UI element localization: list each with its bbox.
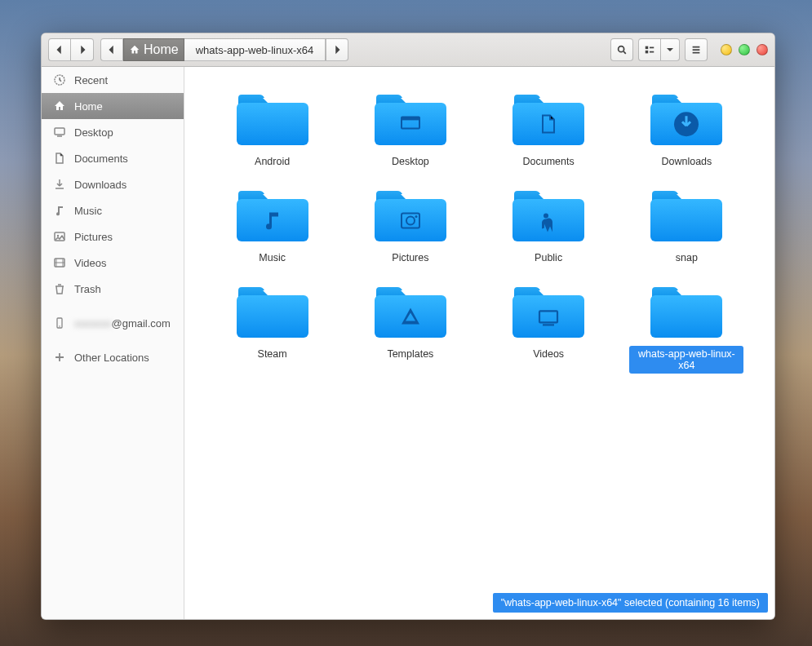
sidebar-item-other-locations[interactable]: Other Locations [42,344,184,370]
folder-label: whats-app-web-linux-x64 [629,346,743,374]
folder-icon [509,90,588,148]
folder-label: Android [250,153,295,170]
folder-icon [371,186,450,245]
folder-label: Downloads [656,153,717,170]
sidebar-item-label: Videos [74,257,107,269]
folder-label: Music [254,250,291,266]
path-home-label: Home [144,42,179,57]
plus-icon [53,351,66,364]
sidebar-item-label: Trash [74,283,101,295]
sidebar-item-home[interactable]: Home [42,93,184,119]
desktop-overlay-icon [398,113,423,137]
folder-icon [509,186,588,245]
sidebar-item-label: Music [74,205,102,217]
downloads-overlay-icon [671,108,702,139]
maximize-button[interactable] [739,44,750,55]
desktop-icon [53,126,66,139]
sidebar-item-label: Downloads [74,179,126,191]
folder-icon [647,186,725,245]
sidebar-item-label: Desktop [74,126,113,139]
folder-label: Templates [382,346,438,362]
folder-icon [233,90,312,148]
sidebar-item-label: Pictures [74,231,113,243]
sidebar-item-desktop[interactable]: Desktop [42,119,184,145]
phone-icon [53,316,66,330]
chevron-right-icon [331,44,343,55]
minimize-button[interactable] [721,44,732,55]
folder-icon [647,282,725,341]
status-bar: "whats-app-web-linux-x64" selected (cont… [493,593,768,613]
folder-item[interactable]: Templates [353,282,468,374]
sidebar: RecentHomeDesktopDocumentsDownloadsMusic… [42,67,184,619]
folder-label: Videos [528,346,569,362]
sidebar-item-downloads[interactable]: Downloads [42,171,184,197]
sidebar-item-documents[interactable]: Documents [42,145,184,171]
path-next-button[interactable] [326,38,348,61]
folder-item[interactable]: whats-app-web-linux-x64 [629,282,743,374]
pictures-overlay-icon [398,209,423,233]
videos-icon [53,256,66,269]
chevron-left-icon [106,44,118,55]
sidebar-item-pictures[interactable]: Pictures [42,223,184,250]
sidebar-item-label: Other Locations [74,352,149,364]
folder-item[interactable]: Music [215,186,330,266]
path-segment-current[interactable]: whats-app-web-linux-x64 [184,38,326,61]
sidebar-item-label: Documents [74,153,128,165]
recent-icon [53,73,66,86]
forward-button[interactable] [71,38,94,61]
sidebar-item-account[interactable]: xxxxxxx@gmail.com [42,310,184,336]
files-pane[interactable]: AndroidDesktopDocumentsDownloadsMusicPic… [184,67,774,619]
folder-item[interactable]: Documents [491,90,606,170]
folder-item[interactable]: Downloads [629,90,743,170]
sidebar-item-recent[interactable]: Recent [42,67,184,93]
toolbar: Home whats-app-web-linux-x64 [42,33,774,67]
file-manager-window: Home whats-app-web-linux-x64 RecentHomeD… [41,33,775,620]
home-icon [53,100,66,113]
pictures-icon [53,230,66,243]
folder-icon [233,186,312,245]
folder-item[interactable]: snap [629,186,743,266]
folder-item[interactable]: Android [215,90,330,170]
sidebar-item-label: Recent [74,74,108,86]
folder-item[interactable]: Videos [491,282,606,374]
trash-icon [53,282,66,295]
folder-label: Desktop [387,153,434,170]
folder-icon [371,282,450,341]
path-prev-button[interactable] [100,38,123,61]
documents-overlay-icon [536,113,561,137]
templates-overlay-icon [398,305,423,330]
sidebar-item-label: Home [74,100,103,113]
search-button[interactable] [610,38,633,61]
sidebar-item-music[interactable]: Music [42,197,184,223]
downloads-icon [53,178,66,191]
sidebar-item-trash[interactable]: Trash [42,276,184,302]
folder-item[interactable]: Pictures [353,186,468,266]
view-dropdown-button[interactable] [661,38,680,61]
search-icon [616,44,628,55]
folder-label: Public [530,250,567,266]
music-overlay-icon [260,209,285,233]
folder-label: snap [671,250,703,266]
path-bar: Home whats-app-web-linux-x64 [100,38,348,61]
chevron-down-icon [666,46,674,54]
folder-label: Steam [253,346,292,362]
documents-icon [53,152,66,165]
folder-item[interactable]: Public [491,186,606,266]
list-view-icon [644,44,655,55]
chevron-left-icon [54,44,65,55]
public-overlay-icon [536,209,561,233]
folder-item[interactable]: Desktop [353,90,468,170]
folder-icon [509,282,588,341]
back-button[interactable] [48,38,71,61]
sidebar-item-videos[interactable]: Videos [42,250,184,276]
home-icon [129,44,140,55]
view-toggle-button[interactable] [638,38,661,61]
folder-label: Documents [518,153,579,170]
music-icon [53,204,66,217]
close-button[interactable] [757,44,768,55]
chevron-right-icon [77,44,88,55]
folder-item[interactable]: Steam [215,282,330,374]
path-segment-home[interactable]: Home [123,38,184,61]
folder-label: Pictures [387,250,433,266]
hamburger-menu-button[interactable] [685,38,708,61]
